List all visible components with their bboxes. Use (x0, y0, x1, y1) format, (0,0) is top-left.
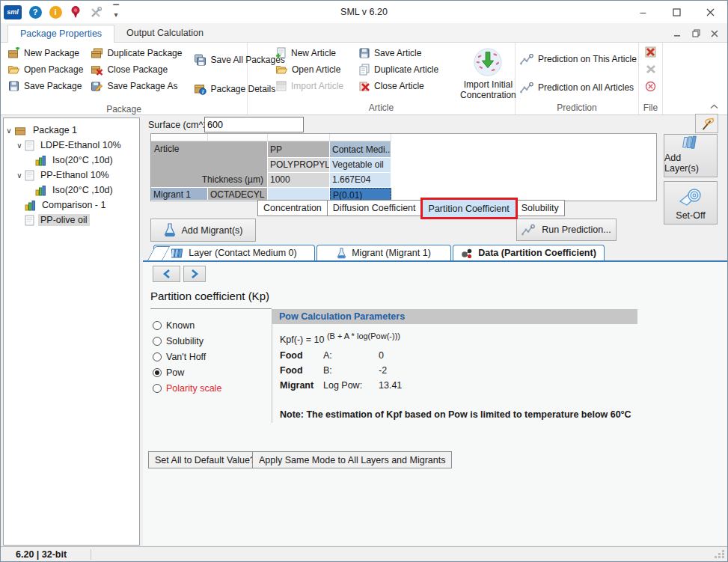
tree-item-condition[interactable]: Iso(20°C ,10d) (4, 153, 139, 168)
doc-close-icon[interactable] (708, 28, 721, 39)
open-package-button[interactable]: Open Package (4, 61, 87, 78)
close-icon[interactable] (694, 1, 727, 23)
previous-button[interactable] (153, 266, 180, 282)
tab-output-calculation[interactable]: Output Calculation (114, 25, 215, 42)
package-info-icon: i (194, 83, 207, 95)
food-cell[interactable]: Vegetable oil (330, 158, 391, 173)
radio-pow-selected[interactable]: Pow (153, 364, 221, 380)
article-duplicate-icon (358, 64, 370, 76)
add-layer-button[interactable]: Add Layer(s) (664, 134, 718, 177)
open-article-button[interactable]: Open Article (272, 61, 347, 78)
save-article-button[interactable]: Save Article (355, 45, 442, 61)
table-header-cell[interactable] (208, 134, 268, 141)
magic-wand-icon (700, 117, 715, 131)
tab-partition-coefficient[interactable]: Partition Coefficient (420, 198, 518, 219)
tab-layer[interactable]: Layer (Contact Medium 0) (153, 245, 315, 260)
save-package-button[interactable]: Save Package (4, 78, 87, 94)
table-corner-block[interactable]: Article Thickness (µm) (151, 141, 268, 188)
duplicate-package-button[interactable]: Duplicate Package (87, 45, 186, 61)
minimize-icon[interactable]: – (626, 1, 660, 23)
wizard-button[interactable] (695, 114, 718, 133)
import-article-button[interactable]: Import Article (272, 78, 347, 94)
tab-diffusion-coefficient[interactable]: Diffusion Coefficient (328, 200, 422, 216)
tab-concentration[interactable]: Concentration (257, 200, 328, 216)
article-row-label: Article (154, 144, 179, 154)
import-initial-concentration-button[interactable]: Import Initial Concentration (456, 45, 521, 102)
table-header-cell[interactable] (151, 134, 208, 141)
close-article-button[interactable]: Close Article (355, 78, 442, 94)
tab-migrant[interactable]: Migrant (Migrant 1) (316, 245, 451, 260)
param-value[interactable]: -2 (379, 365, 423, 376)
resize-grip[interactable] (715, 550, 725, 558)
file-cancel-icon[interactable] (645, 81, 656, 94)
surface-label: Surface (cm^2) (148, 120, 211, 130)
contact-medium-header-cell[interactable]: Contact Medi... (330, 141, 391, 158)
article-doc-icon (25, 170, 34, 181)
param-value[interactable]: 13.41 (379, 380, 423, 391)
next-button[interactable] (183, 266, 206, 282)
migrant-name-cell[interactable]: OCTADECYL ... (208, 188, 268, 201)
tree-item-article[interactable]: ∨ LDPE-Ethanol 10% (4, 138, 139, 153)
package-tree: ∨ Package 1 ∨ LDPE-Ethanol 10% Iso(20°C … (3, 117, 140, 546)
tree-item-article-selected[interactable]: PP-olive oil (4, 213, 139, 227)
empty-cell[interactable] (268, 188, 330, 201)
customize-toolbar-icon[interactable]: ▔▾ (111, 6, 121, 18)
file-close-disabled-icon[interactable] (646, 64, 656, 76)
tree-item-comparison[interactable]: Comparison - 1 (4, 198, 139, 213)
migrant-row-header-cell[interactable]: Migrant 1 (151, 188, 208, 201)
save-package-as-button[interactable]: Save Package As (87, 78, 186, 94)
info-icon[interactable]: i (49, 5, 62, 19)
chevron-down-icon[interactable]: ∨ (14, 171, 25, 180)
chevron-right-icon (191, 269, 198, 278)
table-header-cell[interactable] (330, 134, 391, 141)
tab-package-properties[interactable]: Package Properties (7, 25, 114, 43)
doc-restore-icon[interactable] (689, 28, 703, 39)
doc-minimize-icon[interactable] (670, 28, 684, 39)
table-header-cell[interactable] (268, 134, 330, 141)
file-close-icon[interactable] (645, 46, 656, 60)
chevron-down-icon[interactable]: ∨ (14, 141, 25, 150)
quick-access-toolbar: ? i ▔▾ (28, 5, 121, 19)
radio-vant-hoff[interactable]: Van't Hoff (153, 349, 221, 364)
layer-name-cell[interactable]: PP (268, 141, 330, 158)
set-all-default-button[interactable]: Set All to Default Value? (148, 451, 262, 468)
chevron-down-icon[interactable]: ∨ (4, 126, 14, 135)
tree-item-article[interactable]: ∨ PP-Ethanol 10% (4, 168, 139, 183)
pow-parameters-header: Pow Calculation Parameters (272, 309, 637, 324)
radio-solubility[interactable]: Solubility (153, 333, 221, 349)
set-off-button[interactable]: Set-Off (664, 181, 718, 225)
surface-input[interactable] (204, 117, 304, 132)
partition-value-cell-selected[interactable]: P(0.01) (330, 188, 391, 201)
radio-known[interactable]: Known (153, 317, 221, 333)
article-close-icon (358, 80, 370, 92)
tree-item-condition[interactable]: Iso(20°C ,10d) (4, 183, 139, 198)
help-icon[interactable]: ? (28, 5, 42, 19)
new-package-button[interactable]: New Package (4, 45, 87, 61)
import-concentration-icon (472, 46, 504, 79)
run-prediction-button[interactable]: Run Prediction... (516, 219, 617, 241)
window-controls: – (626, 1, 727, 23)
tree-item-package[interactable]: ∨ Package 1 (4, 123, 139, 138)
polymer-cell[interactable]: POLYPROPYL... (268, 158, 330, 173)
param-value[interactable]: 0 (379, 350, 423, 361)
radio-polarity-scale[interactable]: Polarity scale (153, 380, 221, 396)
param-row: Food A: 0 (280, 348, 637, 363)
contact-volume-cell[interactable]: 1.667E04 (330, 173, 391, 188)
prediction-all-articles-button[interactable]: Prediction on All Articles (519, 78, 635, 98)
ribbon-collapse-icon[interactable] (710, 101, 718, 112)
close-package-button[interactable]: Close Package (87, 61, 186, 78)
add-migrant-button[interactable]: Add Migrant(s) (150, 219, 256, 242)
divider (150, 308, 272, 309)
pow-note: Note: The estimation of Kpf based on Pow… (280, 409, 637, 420)
apply-same-mode-button[interactable]: Apply Same Mode to All Layers and Migran… (252, 451, 452, 468)
prediction-this-article-button[interactable]: Prediction on This Article (519, 49, 638, 70)
license-award-icon[interactable] (69, 5, 82, 19)
duplicate-article-button[interactable]: Duplicate Article (355, 61, 442, 78)
package-icon (14, 125, 27, 136)
maximize-icon[interactable] (660, 1, 694, 23)
tab-solubility[interactable]: Solubility (516, 200, 565, 216)
tools-icon[interactable] (89, 5, 103, 19)
thickness-value-cell[interactable]: 1000 (268, 173, 330, 188)
new-article-button[interactable]: New Article (272, 45, 347, 61)
tab-data-partition-coefficient[interactable]: Data (Partition Coefficient) (453, 245, 605, 260)
